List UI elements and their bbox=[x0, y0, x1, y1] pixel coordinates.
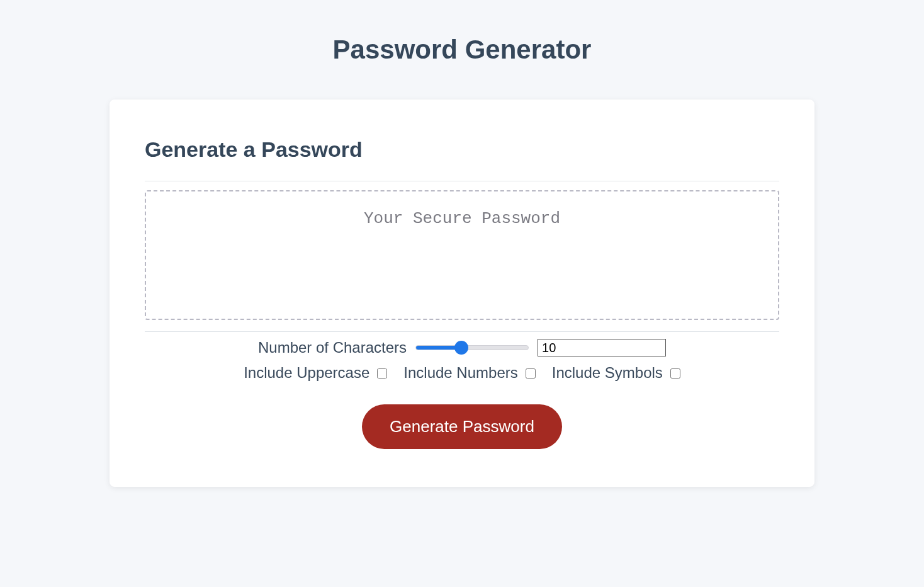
password-output[interactable] bbox=[145, 190, 779, 320]
symbols-checkbox[interactable] bbox=[670, 368, 680, 379]
numbers-label: Include Numbers bbox=[403, 361, 517, 385]
controls-section: Number of Characters Include Uppercase I… bbox=[145, 336, 779, 385]
characters-input[interactable] bbox=[538, 339, 666, 356]
divider bbox=[145, 181, 779, 181]
generator-card: Generate a Password Number of Characters… bbox=[110, 100, 814, 487]
symbols-label: Include Symbols bbox=[552, 361, 663, 385]
uppercase-label: Include Uppercase bbox=[244, 361, 369, 385]
uppercase-option: Include Uppercase bbox=[244, 361, 387, 385]
divider bbox=[145, 331, 779, 332]
card-title: Generate a Password bbox=[145, 137, 779, 162]
characters-row: Number of Characters bbox=[145, 336, 779, 360]
options-row: Include Uppercase Include Numbers Includ… bbox=[145, 361, 779, 385]
characters-label: Number of Characters bbox=[258, 336, 407, 360]
uppercase-checkbox[interactable] bbox=[377, 368, 387, 379]
characters-slider[interactable] bbox=[415, 345, 529, 350]
numbers-option: Include Numbers bbox=[403, 361, 535, 385]
numbers-checkbox[interactable] bbox=[526, 368, 536, 379]
generate-password-button[interactable]: Generate Password bbox=[362, 404, 562, 449]
page-title: Password Generator bbox=[0, 0, 924, 100]
symbols-option: Include Symbols bbox=[552, 361, 680, 385]
